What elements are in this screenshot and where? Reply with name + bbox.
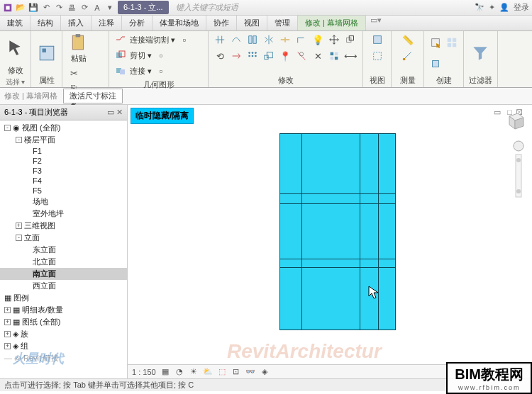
properties-button[interactable] [35,38,57,69]
tab-insert[interactable]: 插入 [61,16,92,30]
sun-icon[interactable]: ☀ [189,367,199,377]
filter-button[interactable] [468,38,492,69]
browser-tree[interactable]: -◉ 视图 (全部) - 楼层平面 F1 F2 F3 F4 F5 场地 室外地坪… [0,120,127,378]
join-icon[interactable] [113,64,128,78]
curtain-wall[interactable] [279,133,396,330]
drawing-canvas[interactable]: 临时隐藏/隔离 ▭ □ ⛝ RevitArchitectur 1 : 150 ▦… [128,105,532,378]
hide-icon[interactable] [370,33,384,47]
temp-hide-badge[interactable]: 临时隐藏/隔离 [131,108,194,124]
copy-move-icon[interactable] [343,33,358,47]
grid-dim-icon[interactable] [327,49,341,63]
tree-f2[interactable]: F2 [0,156,127,166]
print-icon[interactable]: 🖶 [67,3,77,13]
tab-massing[interactable]: 体量和场地 [153,16,206,30]
activate-dims-button[interactable]: 激活尺寸标注 [63,89,123,103]
mirror-pick-icon[interactable] [262,33,276,47]
svg-point-38 [516,189,521,193]
tab-collapse-icon[interactable]: ▭▾ [370,16,382,30]
detail-icon[interactable]: ▦ [160,367,170,377]
viewcube[interactable] [504,109,526,132]
tree-f5[interactable]: F5 [0,186,127,196]
linear-dim-icon[interactable]: ⟷ [343,49,358,63]
cut-opt-icon[interactable]: ▫ [154,48,168,62]
scale-value[interactable]: 1 : 150 [132,368,156,376]
redo-icon[interactable]: ↷ [54,3,64,13]
crop-icon[interactable]: ⬚ [217,367,227,377]
trim-icon[interactable] [294,33,309,47]
tab-analyze[interactable]: 分析 [122,16,153,30]
split-icon[interactable] [278,33,292,47]
tab-annotate[interactable]: 注释 [92,16,122,30]
move-icon[interactable] [327,33,341,47]
visual-style-icon[interactable]: ◔ [174,367,184,377]
window-min-icon[interactable]: ▭ [494,108,501,117]
svg-rect-27 [448,38,451,42]
tree-site[interactable]: 场地 [0,196,127,208]
tab-manage[interactable]: 管理 [267,16,298,30]
user-icon[interactable]: 👤 [499,3,509,12]
titlebar: 📂 💾 ↶ ↷ 🖶 ⟳ A ▾ 6-1-3 - 立... 键入关键字或短语 🔭 … [0,0,532,16]
crop-show-icon[interactable]: ⊡ [231,367,241,377]
tab-arch[interactable]: 建筑 [0,16,31,30]
status-text: 点击可进行选择; 按 Tab 键并单击可选择其他项目; 按 C [4,380,194,390]
hide2-icon[interactable] [370,49,384,63]
mars-watermark: 火星时代 [13,350,64,367]
create-sim-icon[interactable] [428,35,443,50]
app-menu-icon[interactable] [3,3,13,13]
tab-view[interactable]: 视图 [237,16,267,30]
cut-geom-icon[interactable] [113,48,128,62]
browser-title: 6-1-3 - 项目浏览器 [4,107,68,118]
tree-west[interactable]: 西立面 [0,280,127,292]
svg-rect-28 [453,38,456,42]
rotate-icon[interactable]: ⟲ [213,49,227,63]
tree-grade[interactable]: 室外地坪 [0,208,127,220]
delete-icon[interactable]: ✕ [311,49,325,63]
tree-south[interactable]: 南立面 [0,268,127,280]
paste-button[interactable]: 粘贴 [67,33,91,64]
nav-bar[interactable] [512,139,525,203]
tree-east[interactable]: 东立面 [0,244,127,256]
hide-isolate-icon[interactable]: 👓 [245,367,255,377]
tree-north[interactable]: 北立面 [0,256,127,268]
svg-rect-17 [267,52,272,58]
binoculars-icon[interactable]: 🔭 [475,3,484,12]
create-assy-icon[interactable] [428,57,443,71]
browser-close-icon[interactable]: ▭ ✕ [107,108,123,117]
reveal-icon[interactable]: ◈ [260,367,270,377]
login-link[interactable]: 登录 [514,2,529,13]
shadow-icon[interactable]: ⛅ [203,367,213,377]
select-button[interactable] [4,33,26,64]
offset-icon[interactable] [229,33,243,47]
cut-icon[interactable]: ✂ [67,66,81,80]
undo-icon[interactable]: ↶ [41,3,51,13]
tab-modify[interactable]: 修改 | 幕墙网格 [298,16,366,30]
panel-label-measure: 测量 [396,74,419,86]
save-icon[interactable]: 💾 [28,3,38,13]
tab-collab[interactable]: 协作 [206,16,237,30]
search-input[interactable]: 键入关键字或短语 [176,2,238,13]
measure-icon[interactable]: 📏 [401,33,415,47]
trim-ext-icon[interactable] [229,49,243,63]
tree-f4[interactable]: F4 [0,176,127,186]
align-icon[interactable] [213,33,227,47]
lightbulb-icon[interactable]: 💡 [311,33,325,47]
scale-icon[interactable] [262,49,276,63]
unpin-icon[interactable] [294,49,309,63]
sync-icon[interactable]: ⟳ [79,3,89,13]
svg-point-35 [514,141,523,151]
pin-icon[interactable]: 📍 [278,49,292,63]
view-icon[interactable]: ▾ [105,3,115,13]
measure2-icon[interactable] [401,49,415,63]
cope-opt-icon[interactable]: ▫ [177,33,192,47]
cope-icon[interactable] [113,33,128,47]
tree-f3[interactable]: F3 [0,166,127,176]
join-opt-icon[interactable]: ▫ [154,64,168,78]
tree-f1[interactable]: F1 [0,146,127,156]
array-icon[interactable] [245,49,260,63]
open-icon[interactable]: 📂 [16,3,26,13]
text-icon[interactable]: A [92,3,102,13]
create-grp-icon[interactable] [445,35,459,50]
tab-struct[interactable]: 结构 [31,16,61,30]
help-icon[interactable]: ✦ [489,3,495,12]
mirror-axis-icon[interactable] [245,33,260,47]
